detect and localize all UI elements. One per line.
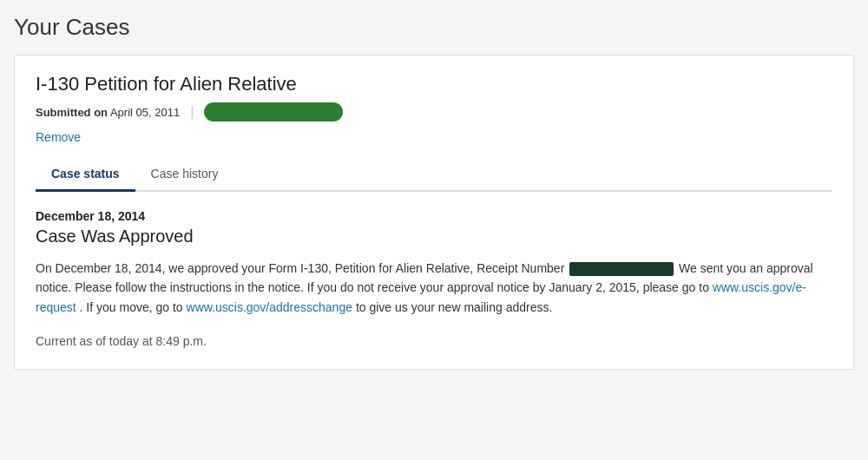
redacted-case-number — [204, 102, 343, 122]
case-meta: Submitted on April 05, 2011 | — [36, 102, 832, 122]
case-card: I-130 Petition for Alien Relative Submit… — [14, 55, 854, 370]
status-date: December 18, 2014 — [36, 209, 832, 223]
body-part4: to give us your new mailing address. — [356, 300, 552, 314]
tab-case-history[interactable]: Case history — [135, 158, 234, 192]
status-body: On December 18, 2014, we approved your F… — [36, 259, 832, 317]
meta-divider: | — [190, 104, 194, 120]
current-as-of: Current as of today at 8:49 p.m. — [36, 334, 832, 348]
addresschange-link[interactable]: www.uscis.gov/addresschange — [187, 300, 352, 314]
case-title: I-130 Petition for Alien Relative — [36, 73, 832, 95]
tab-bar: Case status Case history — [36, 158, 832, 192]
body-part1: On December 18, 2014, we approved your F… — [36, 261, 564, 275]
submitted-label: Submitted on April 05, 2011 — [36, 106, 180, 119]
body-part3: . If you move, go to — [80, 300, 183, 314]
status-title: Case Was Approved — [36, 227, 832, 246]
page-title: Your Cases — [14, 14, 854, 41]
status-section: December 18, 2014 Case Was Approved On D… — [36, 209, 832, 348]
tab-case-status[interactable]: Case status — [36, 158, 135, 192]
remove-link[interactable]: Remove — [36, 130, 81, 144]
redacted-receipt-number — [569, 262, 674, 276]
